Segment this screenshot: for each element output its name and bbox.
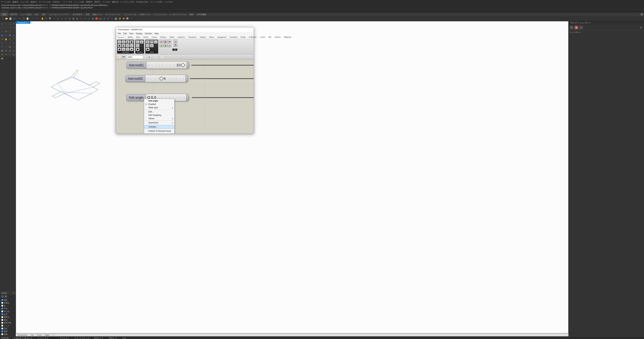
cylinder-icon[interactable]: ⬢ — [8, 34, 12, 37]
gh-comp-icon[interactable]: A — [140, 40, 144, 44]
spotlight-icon[interactable]: ✨ — [118, 17, 122, 20]
gh-comp-icon[interactable]: ◉ — [122, 44, 126, 47]
osnap-item[interactable]: 四半円点 — [0, 322, 16, 324]
ctx-edit-snapping[interactable]: Edit Snapping... — [144, 114, 174, 117]
save-file-icon[interactable]: 💾 — [9, 17, 12, 20]
ribbon-tab-transform[interactable]: 変形 — [84, 13, 91, 16]
gh-tab-millipede[interactable]: Millipede — [283, 36, 292, 39]
ribbon-settings-icon[interactable]: ⚙ — [641, 13, 643, 16]
vp-tab-front[interactable]: Front — [36, 334, 43, 336]
grasshopper-window[interactable]: Grasshopper - foldable box* File Edit Vi… — [116, 27, 254, 134]
gh-tab-rhino[interactable]: Rhino — [208, 36, 215, 39]
gh-zoom-dropdown[interactable]: ▾ — [144, 56, 146, 59]
menu-curve[interactable]: 曲線(C) — [30, 1, 37, 3]
gh-tab-maths[interactable]: Maths — [127, 36, 134, 39]
command-prompt[interactable]: コマンド: — [0, 10, 644, 13]
gh-comp-icon[interactable]: ⇨ — [168, 44, 171, 47]
ctx-edit[interactable]: Edit... — [144, 110, 174, 114]
ctx-publish[interactable]: Publish To Remote Panel — [144, 130, 174, 133]
ctx-enabled[interactable]: Enabled — [144, 102, 174, 106]
gh-tab-kangaroo[interactable]: Kangaroo2 — [216, 36, 228, 39]
menu-edit[interactable]: 編集(E) — [12, 1, 19, 3]
gh-comp-icon[interactable]: ➡ — [168, 40, 171, 43]
texture-icon[interactable]: 🖌 — [579, 26, 583, 29]
gh-comp-icon[interactable]: ⬢ — [136, 48, 140, 51]
gh-menu-help[interactable]: Help — [154, 32, 159, 35]
ribbon-tab-viewset[interactable]: ビューの設定 — [19, 13, 33, 16]
vp-tab-perspective[interactable]: Perspective — [16, 334, 29, 336]
osnap-checkbox[interactable] — [1, 319, 3, 321]
gh-tab-xylinus[interactable]: Xylinus — [274, 36, 282, 39]
named-views-icon[interactable]: ▦ — [72, 17, 75, 20]
cplane-icon[interactable]: ▱ — [80, 17, 83, 20]
trim-icon[interactable]: ✂ — [12, 41, 16, 45]
camera-icon[interactable]: 📷 — [570, 26, 574, 29]
cone-icon[interactable]: ▲ — [12, 34, 16, 37]
osnap-checkbox[interactable] — [1, 299, 3, 301]
material-tab-icon[interactable]: ◼ — [574, 26, 578, 29]
gh-slider-narrowb2[interactable]: NarrowB2 4 — [126, 75, 188, 82]
ribbon-tab-v8new[interactable]: V8の新機能 — [195, 13, 208, 16]
osnap-checkbox[interactable] — [1, 305, 3, 306]
offset-icon[interactable]: ⫽ — [12, 30, 16, 33]
pan-icon[interactable]: ✋ — [41, 17, 44, 20]
osnap-checkbox[interactable] — [1, 310, 3, 312]
ribbon-tab-visibility[interactable]: 表示/非表示 — [71, 13, 84, 16]
osnap-item[interactable]: 端点 — [0, 298, 16, 302]
osnap-checkbox[interactable] — [1, 316, 3, 318]
zoom-previous-icon[interactable]: ⊕ — [64, 17, 67, 20]
osnap-item[interactable]: 交点 — [0, 313, 16, 316]
hatch-icon[interactable]: ▨ — [8, 45, 12, 48]
tool-icon[interactable]: ⊥ — [8, 37, 12, 41]
slider-handle-icon[interactable] — [181, 63, 185, 67]
gh-tab-transform[interactable]: Transform — [187, 36, 198, 39]
circle-icon[interactable]: ○ — [0, 26, 4, 29]
gh-comp-icon[interactable]: 🍒 — [164, 40, 167, 43]
ribbon-tab-select[interactable]: 選択 — [40, 13, 47, 16]
panel-settings-icon[interactable]: ⚙ — [639, 26, 643, 29]
menu-help[interactable]: ヘルプ(H) — [164, 1, 172, 3]
osnap-checkbox[interactable] — [1, 313, 3, 315]
rectangle-icon[interactable]: ▭ — [12, 22, 16, 25]
print-icon[interactable]: 🖨 — [12, 17, 16, 20]
gh-tab-vector[interactable]: Vector — [142, 36, 150, 39]
sphere-icon[interactable]: ● — [4, 34, 8, 37]
text-icon[interactable]: T — [0, 45, 4, 48]
slider-handle-icon[interactable] — [159, 76, 163, 80]
gh-open-icon[interactable]: 📂 — [117, 55, 121, 59]
menu-paneling[interactable]: Paneling Tools — [136, 1, 148, 3]
rotate2-icon[interactable]: ⟲ — [4, 53, 8, 56]
menu-view[interactable]: ビュー(V) — [21, 1, 29, 3]
gh-comp-icon[interactable]: ● — [174, 40, 177, 43]
status-units[interactable]: ミリメートル — [37, 337, 48, 339]
gh-tab-firefly[interactable]: Firefly — [240, 36, 246, 39]
menu-tools[interactable]: ツール(L) — [102, 1, 110, 3]
ctx-slider-type[interactable]: Slider type — [144, 106, 174, 109]
menu-solid[interactable]: ソリッド(O) — [62, 1, 72, 3]
osnap-item[interactable]: ノット — [0, 324, 16, 327]
menu-window[interactable]: ウィンドウ(W) — [150, 1, 162, 3]
polygon-icon[interactable]: ⬠ — [12, 26, 16, 29]
options-icon[interactable]: ⚙ — [102, 17, 106, 20]
render-icon[interactable]: 🔴 — [95, 17, 98, 20]
gh-comp-icon[interactable]: ≡ — [154, 40, 158, 44]
vp-tab-right[interactable]: Right — [43, 334, 51, 336]
gh-comp-icon[interactable]: ⬡ — [118, 40, 122, 44]
move-icon[interactable]: ✥ — [0, 53, 4, 56]
osnap-item[interactable]: 接点 — [0, 318, 16, 322]
osnap-checkbox[interactable] — [1, 328, 3, 330]
gh-tab-parakeet[interactable]: Parakeet — [229, 36, 238, 39]
grid-icon[interactable]: ▦ — [0, 49, 4, 52]
gh-menu-edit[interactable]: Edit — [123, 32, 127, 35]
osnap-item[interactable]: 頂点 — [0, 327, 16, 330]
gh-comp-icon[interactable]: ⬣ — [118, 44, 122, 47]
gh-tab-sets[interactable]: Sets — [135, 36, 141, 39]
osnap-checkbox[interactable] — [1, 333, 3, 335]
redo-icon[interactable]: ↷ — [35, 17, 38, 20]
zoom-extents-icon[interactable]: ◎ — [56, 17, 60, 20]
pointer-icon[interactable]: ▷ — [0, 22, 4, 25]
four-view-icon[interactable]: ⊞ — [68, 17, 71, 20]
slider-handle-icon[interactable] — [148, 96, 150, 99]
menu-transform[interactable]: 変形(T) — [94, 1, 100, 3]
ctx-help[interactable]: ?Help... — [144, 133, 174, 134]
